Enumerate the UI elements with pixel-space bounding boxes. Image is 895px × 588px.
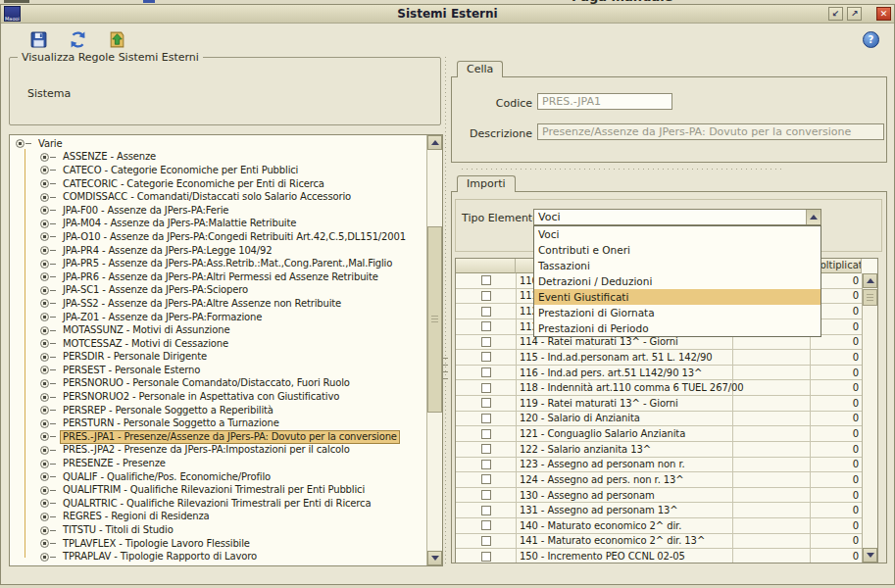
title-bar[interactable]: Maggioli Sistemi Esterni ↙ ↗ ✕	[1, 5, 894, 24]
tree-node-icon[interactable]	[40, 232, 49, 241]
dropdown-option[interactable]: Contributi e Oneri	[534, 242, 820, 258]
tree-node-icon[interactable]	[40, 220, 49, 228]
tree-node-icon[interactable]	[40, 193, 49, 202]
refresh-button[interactable]	[66, 27, 89, 51]
tree-node-icon[interactable]	[40, 286, 49, 295]
tree-item[interactable]: PERSREP - Personale Soggetto a Reperibil…	[10, 404, 426, 417]
tree-item[interactable]: CATECORIC - Categorie Economiche per Ent…	[10, 177, 426, 191]
row-checkbox[interactable]	[481, 552, 491, 562]
dropdown-option[interactable]: Prestazioni di Periodo	[534, 320, 820, 336]
tree-node-icon[interactable]	[40, 366, 49, 374]
tree-node-icon[interactable]	[40, 326, 49, 335]
tab-importi[interactable]: Importi	[457, 175, 516, 192]
tree-scrollbar-thumb[interactable]	[427, 226, 442, 413]
tree-item[interactable]: PRES.-JPA1 - Presenze/Assenze da JPers-P…	[10, 430, 426, 444]
dropdown-option[interactable]: Prestazioni di Giornata	[534, 305, 820, 320]
tree-node-icon[interactable]	[40, 353, 49, 362]
tree-node-icon[interactable]	[40, 432, 49, 441]
table-row[interactable]: 121 - Conguaglio Salario Anzianita 0	[456, 426, 862, 442]
tree-node-icon[interactable]	[40, 339, 49, 348]
row-checkbox[interactable]	[481, 307, 491, 317]
tree-item[interactable]: JPA-M04 - Assenze da JPers-PA:Malattie R…	[10, 218, 426, 231]
tree-node-icon[interactable]	[16, 139, 25, 148]
row-checkbox[interactable]	[481, 321, 491, 331]
tree-node-icon[interactable]	[40, 526, 49, 535]
row-checkbox[interactable]	[481, 536, 491, 546]
row-checkbox[interactable]	[481, 474, 491, 484]
tree-node-icon[interactable]	[40, 246, 49, 255]
tree-item[interactable]: PRES.-JPA2 - Presenze da JPers-PA:Impost…	[10, 444, 426, 458]
table-row[interactable]: 131 - Assegno ad personam 13^ 0	[456, 503, 862, 518]
tree-item[interactable]: JPA-Z01 - Assenze da JPers-PA:Formazione	[10, 311, 426, 324]
tree-item[interactable]: PERSTURN - Personale Soggetto a Turnazio…	[10, 416, 426, 430]
vertical-splitter[interactable]	[444, 57, 447, 564]
tree-item[interactable]: PRESENZE - Presenze	[10, 457, 426, 470]
table-scrollbar-thumb[interactable]	[863, 289, 877, 306]
dropdown-option[interactable]: Voci	[534, 226, 820, 242]
tree-item[interactable]: ASSENZE - Assenze	[10, 151, 426, 165]
row-checkbox[interactable]	[481, 506, 491, 515]
row-checkbox[interactable]	[481, 291, 491, 301]
row-checkbox[interactable]	[481, 444, 491, 454]
tree-node-icon[interactable]	[40, 272, 49, 281]
tree-item[interactable]: Varie	[10, 137, 426, 151]
tree-node-icon[interactable]	[40, 553, 49, 562]
table-row[interactable]: 119 - Ratei maturati 13^ - Giorni 0	[456, 396, 862, 412]
tree-node-icon[interactable]	[40, 166, 49, 174]
tipo-elemento-dropdown-button[interactable]	[806, 210, 820, 224]
tree-item[interactable]: JPA-PR5 - Assenze da JPers-PA:Ass.Retrib…	[10, 257, 426, 270]
row-checkbox[interactable]	[481, 520, 491, 530]
tree-item[interactable]: PERSNORUO2 - Personale in Aspettativa co…	[10, 390, 426, 404]
maximize-button[interactable]: ↗	[847, 7, 862, 21]
row-checkbox[interactable]	[481, 368, 491, 377]
row-checkbox[interactable]	[481, 414, 491, 423]
tree-node-icon[interactable]	[40, 499, 49, 508]
tree-node-icon[interactable]	[40, 206, 49, 215]
tree-item[interactable]: TPLAVFLEX - Tipologie Lavoro Flessibile	[10, 537, 426, 551]
tree-node-icon[interactable]	[40, 419, 49, 428]
tree-item[interactable]: MOTASSUNZ - Motivi di Assunzione	[10, 323, 426, 337]
tipo-elemento-combobox[interactable]: Voci	[533, 209, 821, 225]
table-scrollbar[interactable]	[862, 273, 877, 563]
row-checkbox[interactable]	[481, 460, 491, 469]
header-checkbox-column[interactable]	[456, 259, 516, 273]
dropdown-option[interactable]: Detrazioni / Deduzioni	[534, 273, 820, 289]
tree-item[interactable]: TPRAPLAV - Tipologie Rapporto di Lavoro	[10, 550, 426, 564]
exit-button[interactable]	[105, 27, 128, 51]
row-checkbox[interactable]	[481, 490, 491, 500]
save-button[interactable]	[26, 27, 50, 51]
tree-item[interactable]: REGRES - Regioni di Residenza	[10, 511, 426, 524]
help-button[interactable]: ?	[863, 31, 879, 48]
tab-cella[interactable]: Cella	[457, 61, 503, 77]
tree-node-icon[interactable]	[40, 486, 49, 495]
table-row[interactable]: 120 - Salario di Anzianita 0	[456, 412, 862, 427]
tree-node-icon[interactable]	[40, 153, 49, 162]
row-checkbox[interactable]	[481, 429, 491, 439]
tree-node-icon[interactable]	[40, 299, 49, 308]
horizontal-splitter[interactable]	[462, 168, 785, 171]
scroll-down-button[interactable]	[863, 548, 877, 563]
table-row[interactable]: 115 - Ind.ad.personam art. 51 L. 142/90 …	[456, 350, 862, 366]
row-checkbox[interactable]	[481, 275, 491, 285]
tree-item[interactable]: JPA-PR6 - Assenze da JPers-PA:Altri Perm…	[10, 270, 426, 284]
tree-scrollbar[interactable]	[426, 135, 442, 565]
scroll-up-button[interactable]	[427, 135, 442, 150]
close-button[interactable]: ✕	[876, 7, 891, 21]
tree-node-icon[interactable]	[40, 260, 49, 269]
table-row[interactable]: 116 - Ind.ad pers. art.51 L142/90 13^ 0	[456, 366, 862, 381]
tree-node-icon[interactable]	[40, 393, 49, 402]
tree-node-icon[interactable]	[40, 460, 49, 468]
tree-item[interactable]: CATECO - Categorie Economiche per Enti P…	[10, 164, 426, 177]
row-checkbox[interactable]	[481, 398, 491, 408]
table-row[interactable]: 141 - Maturato economico 2^ dir. 13^ 0	[456, 534, 862, 550]
tree-item[interactable]: JPA-SC1 - Assenze da JPers-PA:Sciopero	[10, 284, 426, 298]
tree-item[interactable]: JPA-O10 - Assenze da JPers-PA:Congedi Re…	[10, 230, 426, 244]
table-row[interactable]: 130 - Assegno ad personam 0	[456, 488, 862, 504]
tree-item[interactable]: PERSEST - Personale Esterno	[10, 364, 426, 377]
tree-item[interactable]: QUALIF - Qualifiche/Pos. Economiche/Prof…	[10, 470, 426, 484]
table-row[interactable]: 150 - Incremento PEO CCNL 02-05 0	[456, 549, 862, 563]
tree-node-icon[interactable]	[40, 313, 49, 321]
tree-node-icon[interactable]	[40, 472, 49, 481]
tree-item[interactable]: PERSNORUO - Personale Comandato/Distacca…	[10, 377, 426, 391]
tree-item[interactable]: JPA-SS2 - Assenze da JPers-PA:Altre Asse…	[10, 297, 426, 311]
